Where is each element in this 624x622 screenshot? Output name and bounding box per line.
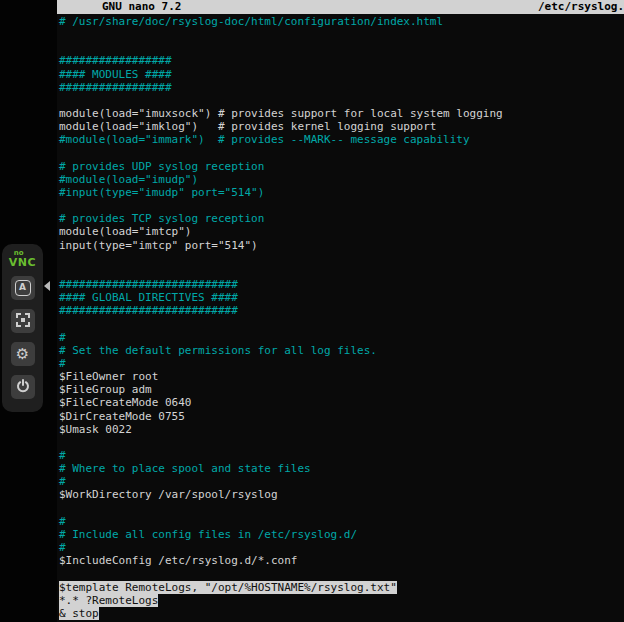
editor-line: # /usr/share/doc/rsyslog-doc/html/config… [59, 15, 624, 28]
editor-line: # provides TCP syslog reception [59, 212, 624, 225]
editor-line [59, 265, 624, 278]
power-button[interactable] [11, 375, 35, 399]
editor-line: #### MODULES #### [59, 68, 624, 81]
fullscreen-button[interactable] [11, 309, 35, 333]
editor-line: $WorkDirectory /var/spool/rsyslog [59, 488, 624, 501]
fullscreen-icon [16, 313, 30, 330]
editor-line: $FileGroup adm [59, 383, 624, 396]
editor-line: module(load="imtcp") [59, 225, 624, 238]
gear-icon: ⚙ [16, 347, 29, 362]
editor-line [59, 94, 624, 107]
nano-titlebar: GNU nano 7.2 /etc/rsyslog. [57, 0, 624, 14]
editor-line: $IncludeConfig /etc/rsyslog.d/*.conf [59, 554, 624, 567]
editor-line: ################# [59, 81, 624, 94]
editor-line: # Where to place spool and state files [59, 462, 624, 475]
editor-line [59, 252, 624, 265]
keyboard-a-icon: A [15, 280, 31, 296]
editor-line: $DirCreateMode 0755 [59, 410, 624, 423]
panel-collapse-handle[interactable] [44, 281, 50, 291]
editor-line: #### GLOBAL DIRECTIVES #### [59, 291, 624, 304]
editor-line: input(type="imtcp" port="514") [59, 239, 624, 252]
editor-line: #module(load="immark") # provides --MARK… [59, 133, 624, 146]
novnc-logo: no VNC [9, 249, 36, 267]
editor-line: *.* ?RemoteLogs [59, 594, 624, 607]
nano-version-label: GNU nano 7.2 [57, 0, 181, 14]
editor-line: # [59, 357, 624, 370]
editor-line: # provides UDP syslog reception [59, 160, 624, 173]
editor-line: #module(load="imudp") [59, 173, 624, 186]
editor-line [59, 567, 624, 580]
editor-line [59, 28, 624, 41]
editor-line [59, 199, 624, 212]
editor-line: # [59, 515, 624, 528]
settings-button[interactable]: ⚙ [11, 342, 35, 366]
editor-line [59, 436, 624, 449]
editor-line: # [59, 541, 624, 554]
editor-line: # [59, 475, 624, 488]
editor-line: ########################### [59, 304, 624, 317]
editor-line: & stop [59, 607, 624, 620]
editor-line: # [59, 331, 624, 344]
editor-line: $FileCreateMode 0640 [59, 396, 624, 409]
editor-line [59, 317, 624, 330]
novnc-logo-text: VNC [9, 258, 36, 267]
editor-line: ########################### [59, 278, 624, 291]
editor-line [59, 147, 624, 160]
vnc-control-strip: no VNC A ⚙ [0, 0, 57, 622]
editor-line: # Include all config files in /etc/rsysl… [59, 528, 624, 541]
nano-terminal[interactable]: GNU nano 7.2 /etc/rsyslog. # /usr/share/… [57, 0, 624, 622]
editor-line: $template RemoteLogs, "/opt/%HOSTNAME%/r… [59, 581, 624, 594]
editor-line [59, 502, 624, 515]
editor-line: ################# [59, 54, 624, 67]
open-file-name: /etc/rsyslog. [538, 0, 624, 14]
vnc-control-panel: no VNC A ⚙ [2, 244, 43, 412]
editor-line: $FileOwner root [59, 370, 624, 383]
editor-line [59, 41, 624, 54]
editor-line: $Umask 0022 [59, 423, 624, 436]
power-icon [16, 379, 30, 396]
editor-line: module(load="imuxsock") # provides suppo… [59, 107, 624, 120]
editor-lines[interactable]: # /usr/share/doc/rsyslog-doc/html/config… [57, 14, 624, 620]
extra-keys-button[interactable]: A [11, 276, 35, 300]
editor-line: module(load="imklog") # provides kernel … [59, 120, 624, 133]
editor-line: # [59, 449, 624, 462]
editor-line: # Set the default permissions for all lo… [59, 344, 624, 357]
editor-line: #input(type="imudp" port="514") [59, 186, 624, 199]
